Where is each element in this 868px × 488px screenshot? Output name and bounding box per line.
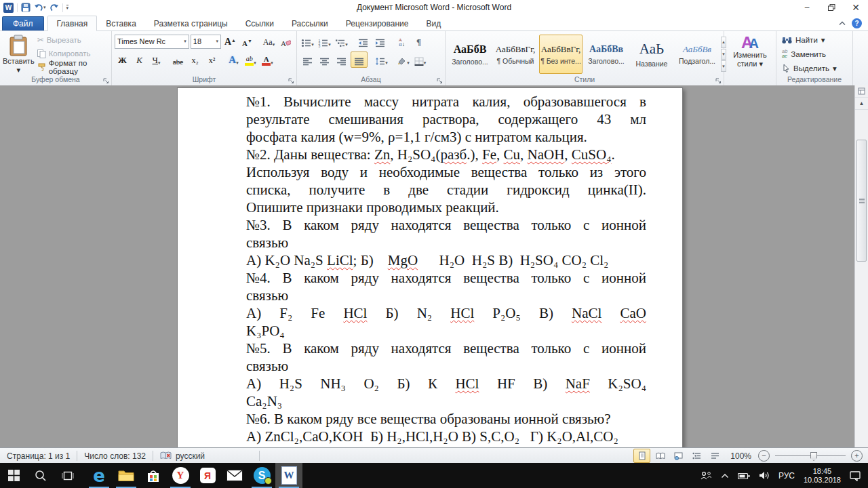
zoom-in-button[interactable]: + [851, 450, 863, 462]
justify-button[interactable] [351, 52, 368, 68]
change-case-button[interactable]: Аа▾ [261, 34, 277, 49]
tab-references[interactable]: Ссылки [237, 16, 283, 30]
style-chip[interactable]: АаЬНазвание [630, 35, 673, 74]
increase-indent-button[interactable] [372, 34, 388, 49]
collapse-ribbon-icon[interactable] [839, 21, 846, 26]
style-chip[interactable]: АаБбВвГг,¶ Обычный [494, 35, 537, 74]
explorer-taskbar-button[interactable] [113, 463, 140, 488]
customize-qat-icon[interactable]: ▾ [66, 5, 69, 11]
close-button[interactable]: ✕ [844, 0, 868, 15]
cut-button[interactable]: ✂ Вырезать [37, 34, 108, 46]
dialog-launcher-icon[interactable] [437, 78, 443, 84]
language-indicator[interactable]: РУС [778, 471, 795, 481]
bullets-button[interactable]: ▾ [300, 34, 315, 49]
scrollbar-thumb[interactable] [856, 140, 867, 262]
zoom-level[interactable]: 100% [725, 451, 757, 461]
tab-review[interactable]: Рецензирование [337, 16, 418, 30]
dialog-launcher-icon[interactable] [715, 78, 722, 84]
clear-formatting-button[interactable]: А [278, 34, 294, 49]
align-left-button[interactable] [300, 52, 315, 67]
italic-button[interactable]: К [132, 52, 147, 67]
restore-button[interactable] [819, 0, 844, 15]
task-view-button[interactable] [54, 463, 81, 488]
style-chip[interactable]: АаБбВвЗаголово... [585, 35, 628, 74]
vertical-scrollbar[interactable]: ▲ [854, 85, 868, 447]
view-web-layout-button[interactable] [670, 449, 687, 463]
font-color-button[interactable]: А▾ [260, 52, 275, 67]
proofing-status[interactable]: русский [153, 448, 212, 464]
page-indicator[interactable]: Страница: 1 из 1 [0, 448, 77, 464]
mail-taskbar-button[interactable] [221, 463, 248, 488]
shrink-font-button[interactable]: А▼ [239, 34, 255, 49]
clock[interactable]: 18:45 10.03.2018 [804, 467, 841, 485]
word-app-icon[interactable]: W [3, 3, 14, 13]
show-marks-button[interactable]: ¶ [411, 34, 427, 49]
find-button[interactable]: Найти▾ [782, 33, 850, 46]
dialog-launcher-icon[interactable] [103, 78, 109, 84]
align-center-button[interactable] [317, 52, 332, 67]
word-count[interactable]: Число слов: 132 [77, 448, 153, 464]
ruler-toggle-icon[interactable] [855, 85, 868, 98]
zoom-slider[interactable] [775, 455, 846, 456]
bold-button[interactable]: Ж [115, 52, 130, 67]
text-effects-button[interactable]: А▾ [226, 52, 241, 67]
battery-icon[interactable] [738, 472, 750, 480]
tab-home[interactable]: Главная [47, 16, 98, 31]
select-button[interactable]: Выделить▾ [782, 62, 850, 75]
copy-button[interactable]: Копировать [37, 47, 108, 60]
scroll-up-icon[interactable]: ▲ [855, 98, 868, 110]
dialog-launcher-icon[interactable] [288, 78, 294, 84]
word-taskbar-button[interactable]: W [275, 463, 302, 488]
tab-file[interactable]: Файл [2, 16, 44, 30]
zoom-out-button[interactable]: − [758, 450, 770, 462]
style-chip[interactable]: АаБбВЗаголово... [448, 35, 492, 74]
style-chip[interactable]: АаБбВвПодзагол... [675, 35, 719, 74]
volume-icon[interactable] [759, 471, 770, 480]
tab-view[interactable]: Вид [417, 16, 450, 30]
replace-button[interactable]: abac Заменить [782, 47, 850, 60]
search-icon[interactable] [27, 463, 54, 488]
change-styles-button[interactable]: Изменить стили ▾ [733, 51, 767, 68]
borders-button[interactable]: ▾ [412, 52, 428, 67]
decrease-indent-button[interactable] [355, 34, 371, 49]
view-print-layout-button[interactable] [633, 449, 650, 463]
zoom-slider-thumb[interactable] [810, 452, 817, 461]
show-hidden-icons-chevron[interactable] [721, 473, 729, 479]
superscript-button[interactable]: x² [204, 52, 220, 67]
paste-button[interactable]: Вставить ▾ [3, 33, 35, 75]
numbering-button[interactable]: 123▾ [317, 34, 332, 49]
subscript-button[interactable]: x₂ [187, 52, 203, 67]
document-page[interactable]: №1.Вычислитемассунитратакалия,образовавш… [178, 88, 682, 447]
grow-font-button[interactable]: А▲ [222, 34, 238, 49]
strikethrough-button[interactable]: abe [170, 52, 186, 67]
tab-page-layout[interactable]: Разметка страницы [145, 16, 237, 30]
format-painter-button[interactable]: Формат по образцу [37, 61, 108, 73]
minimize-button[interactable]: – [795, 0, 819, 15]
edge-taskbar-button[interactable]: e [85, 463, 113, 488]
multilevel-list-button[interactable]: ▾ [334, 34, 349, 49]
store-taskbar-button[interactable] [140, 463, 167, 488]
help-icon[interactable]: ? [852, 18, 862, 28]
yandex-taskbar-button[interactable]: Я [194, 463, 221, 488]
undo-icon[interactable]: ▾ [34, 3, 46, 12]
tab-insert[interactable]: Вставка [97, 16, 145, 30]
skype-taskbar-button[interactable]: S [248, 463, 275, 488]
redo-icon[interactable] [50, 3, 59, 12]
line-spacing-button[interactable]: ▾ [374, 52, 389, 67]
align-right-button[interactable] [334, 52, 349, 67]
start-button[interactable] [0, 463, 27, 488]
style-chip[interactable]: АаБбВвГг,¶ Без инте... [539, 35, 583, 74]
font-name-combo[interactable]: Times New Rc▾ [115, 35, 189, 49]
underline-button[interactable]: Ч▾ [149, 52, 164, 67]
action-center-icon[interactable] [850, 470, 861, 481]
tab-mailings[interactable]: Рассылки [283, 16, 337, 30]
yandex-browser-taskbar-button[interactable]: Y [167, 463, 194, 488]
save-icon[interactable] [21, 3, 31, 12]
sort-button[interactable]: АЯ↓ [394, 34, 410, 49]
people-icon[interactable] [700, 471, 712, 481]
highlight-button[interactable]: ab▾ [243, 52, 258, 67]
shading-button[interactable]: ▾ [395, 52, 411, 67]
view-outline-button[interactable] [688, 449, 705, 463]
font-size-combo[interactable]: 18▾ [191, 35, 221, 49]
view-draft-button[interactable] [707, 449, 724, 463]
